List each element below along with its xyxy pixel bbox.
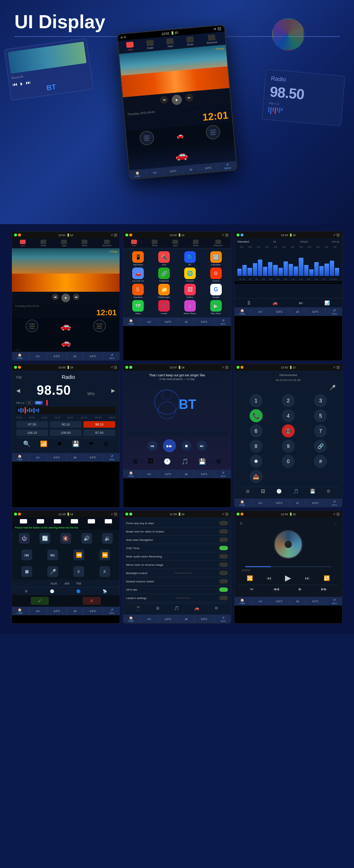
sc1-fan[interactable]: 10: [73, 355, 76, 358]
freq-10800[interactable]: 108.00: [50, 429, 82, 436]
key-6[interactable]: 6: [250, 424, 263, 437]
sc7-home[interactable]: 🏠HOME: [17, 608, 22, 614]
settings-refresh[interactable]: 🔄: [39, 533, 50, 544]
sc5-prev[interactable]: ⏮: [147, 441, 157, 451]
sc5-stop[interactable]: ⏹: [181, 441, 191, 451]
sc3-ac[interactable]: A/C: [258, 311, 263, 313]
key-link[interactable]: 🔗: [314, 440, 327, 453]
toggle-vol-switch[interactable]: [219, 579, 228, 583]
sc5-music-icon[interactable]: 🎵: [181, 458, 189, 465]
sc4-next-freq[interactable]: ▶: [111, 388, 115, 393]
color-white4[interactable]: [71, 519, 78, 523]
app-mocify[interactable]: 🎵mocify: [152, 300, 176, 315]
sc5-home[interactable]: 🏠HOME: [128, 471, 134, 477]
sc5-next[interactable]: ⏭: [197, 441, 207, 451]
color-white[interactable]: [20, 519, 27, 523]
sc2-back[interactable]: ↺BACK: [221, 319, 226, 325]
sc8-back[interactable]: ↺BACK: [221, 616, 226, 622]
key-0[interactable]: 0: [282, 455, 295, 468]
app-chrome[interactable]: 🌐Chrome: [178, 268, 202, 282]
sc9-icon-rewind[interactable]: ◀◀: [273, 587, 279, 591]
sc9-shuffle[interactable]: 🔀: [247, 575, 253, 581]
app-music[interactable]: ♪Music Player: [178, 300, 202, 315]
settings-next-track[interactable]: ⏭: [47, 550, 58, 560]
settings-k2[interactable]: K: [99, 566, 110, 577]
settings-vol-down[interactable]: 🔉: [102, 533, 113, 544]
nav-bt[interactable]: Bluetooth: [102, 240, 111, 247]
sc5-back[interactable]: ↺BACK: [221, 471, 226, 477]
sc1-ac[interactable]: A/C: [36, 355, 40, 358]
app-control[interactable]: ⚙Control: [204, 268, 228, 282]
color-white3[interactable]: [54, 519, 61, 523]
sc7-icon-clock[interactable]: 🕐: [50, 589, 54, 593]
sc3-back[interactable]: ↺BACK: [332, 309, 337, 315]
sc8-icon-apps[interactable]: ⊞: [156, 606, 159, 611]
radio-record-icon[interactable]: ⏺: [57, 440, 62, 447]
phone-grid-icon[interactable]: ⊞: [246, 489, 250, 494]
key-end[interactable]: 📵: [282, 424, 295, 437]
settings-k1[interactable]: K: [73, 566, 84, 577]
color-white5[interactable]: [88, 519, 95, 523]
sc8-temp-l[interactable]: 0.0°C: [165, 618, 171, 620]
sc9-icon-play[interactable]: ▶: [299, 587, 302, 591]
app-playstore[interactable]: ▶Play Store: [204, 300, 228, 315]
nav-music[interactable]: Music: [82, 240, 87, 247]
key-7[interactable]: 7: [314, 424, 327, 437]
sc5-ac[interactable]: A/C: [147, 473, 151, 475]
sc7-icon-extra[interactable]: 📡: [103, 589, 107, 593]
sc2-nav-radio[interactable]: Radio: [152, 240, 157, 247]
app-gallery[interactable]: 🖼Gallery: [178, 284, 202, 298]
sc4-fan[interactable]: 18: [73, 456, 76, 459]
sc1-temp-r[interactable]: 0.0°C: [90, 355, 96, 358]
back-btn[interactable]: ↺ BACK: [224, 163, 232, 170]
app-bt[interactable]: 🔵BT: [178, 251, 202, 266]
sc6-ac[interactable]: A/C: [258, 502, 263, 504]
eq-icon-chart[interactable]: 📊: [324, 300, 330, 305]
sc5-temp-l[interactable]: 0.0°C: [165, 473, 171, 475]
toggle-nav-switch[interactable]: [219, 538, 228, 542]
next-btn[interactable]: ⏭: [185, 93, 194, 102]
home-btn[interactable]: 🏠 HOME: [134, 171, 140, 177]
sc9-icon-ff[interactable]: ▶▶: [321, 587, 327, 591]
sc3-temp-l[interactable]: 0.0°C: [276, 311, 282, 313]
sc2-nav-apps[interactable]: Apps: [172, 240, 178, 247]
radio-heart-icon[interactable]: ❤: [89, 440, 94, 447]
toggle-gps-switch[interactable]: [219, 587, 228, 592]
prev-btn[interactable]: ⏮: [160, 95, 168, 104]
app-calc[interactable]: 🔢Calculator: [204, 251, 228, 266]
sc5-clock-icon[interactable]: 🕐: [164, 458, 171, 465]
toggle-backlight-switch[interactable]: [219, 571, 228, 575]
toggle-mirror-switch[interactable]: [219, 563, 228, 567]
color-white2[interactable]: [37, 519, 44, 523]
sc1-temp-l[interactable]: 0.0°C: [53, 355, 60, 358]
radio-settings-icon[interactable]: ⚙: [103, 440, 108, 447]
key-share[interactable]: 📤: [250, 470, 263, 483]
settings-power[interactable]: ⏻: [19, 533, 30, 544]
sc9-play[interactable]: ▶: [285, 573, 291, 583]
sc9-icon-prev-track[interactable]: ⏮: [250, 587, 254, 591]
nav-apps[interactable]: Apps: [61, 240, 67, 247]
sc6-home[interactable]: 🏠HOME: [239, 500, 245, 506]
sc2-temp-r[interactable]: 0.0°C: [201, 321, 207, 323]
nav-radio[interactable]: Radio: [40, 240, 46, 247]
sc5-temp-r[interactable]: 0.0°C: [201, 473, 207, 475]
key-hash[interactable]: #: [314, 455, 327, 468]
sc6-back[interactable]: ↺BACK: [332, 500, 337, 506]
settings-stop[interactable]: ⏹: [21, 566, 32, 577]
sc9-fan[interactable]: 18: [296, 600, 299, 603]
phone-music-icon[interactable]: 🎵: [293, 489, 299, 494]
settings-mute[interactable]: 🔇: [60, 533, 71, 544]
key-2[interactable]: 2: [282, 394, 295, 407]
freq-8750b[interactable]: 87.50: [83, 429, 115, 436]
app-carbitlink[interactable]: 🔗CarbitLink: [152, 268, 176, 282]
sc9-repeat[interactable]: 🔁: [324, 575, 330, 581]
sc5-settings-icon[interactable]: ⚙: [216, 458, 221, 465]
color-white6[interactable]: [105, 519, 112, 523]
fan-speed[interactable]: 10: [189, 168, 192, 171]
sc9-heart-icon[interactable]: ♡: [334, 522, 337, 525]
sc3-home[interactable]: 🏠HOME: [239, 309, 245, 315]
phone-settings-icon[interactable]: ⚙: [327, 489, 331, 494]
sc3-preset[interactable]: Standard: [237, 240, 249, 243]
radio-save-icon[interactable]: 💾: [72, 440, 79, 447]
sc6-fan[interactable]: 12: [296, 502, 299, 504]
